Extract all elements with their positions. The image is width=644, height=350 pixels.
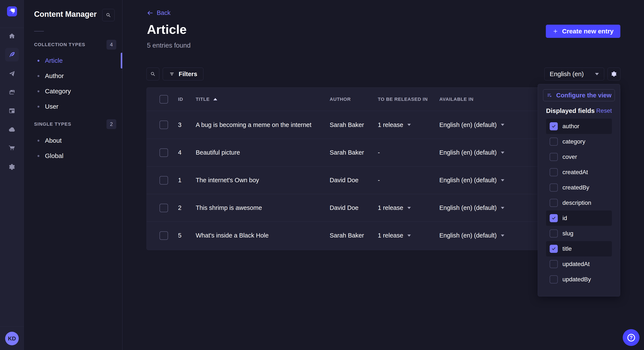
plus-icon (553, 28, 558, 34)
media-library-icon[interactable] (5, 85, 19, 99)
chevron-down-icon (501, 124, 504, 126)
locale-select[interactable]: English (en) (544, 68, 604, 80)
gear-icon (611, 71, 617, 77)
column-header-id[interactable]: ID (178, 97, 196, 102)
sidebar-search-button[interactable] (102, 9, 114, 21)
marketplace-cart-icon[interactable] (5, 141, 19, 155)
view-settings-gear-button[interactable] (608, 68, 620, 80)
checkbox-icon[interactable] (550, 260, 558, 268)
sidebar-divider (34, 31, 44, 31)
checkbox-icon[interactable] (550, 229, 558, 237)
checkbox-checked-icon[interactable] (550, 122, 558, 130)
checkbox-icon[interactable] (550, 275, 558, 283)
filter-icon (169, 71, 175, 77)
configure-the-view-button[interactable]: Configure the view (543, 89, 615, 101)
content-type-builder-icon[interactable] (5, 104, 19, 118)
chevron-down-icon (408, 207, 411, 209)
help-button[interactable]: ? (623, 329, 640, 346)
collection-types-header: COLLECTION TYPES 4 (34, 40, 116, 49)
paper-plane-icon[interactable] (5, 67, 19, 81)
checkbox-icon[interactable] (550, 153, 558, 161)
checkbox-icon[interactable] (550, 199, 558, 207)
chevron-down-icon (408, 234, 411, 237)
sidebar-item-user[interactable]: User (24, 99, 122, 114)
chevron-down-icon (408, 124, 411, 126)
create-new-entry-button[interactable]: Create new entry (546, 25, 620, 38)
chevron-down-icon (595, 73, 599, 75)
field-toggle-updatedBy[interactable]: updatedBy (546, 272, 612, 287)
single-types-header: SINGLE TYPES 2 (34, 119, 116, 129)
table-search-button[interactable] (146, 68, 159, 80)
checkbox-checked-icon[interactable] (550, 214, 558, 222)
entries-count: 5 entries found (147, 42, 190, 49)
rail-divider (0, 28, 24, 28)
sort-ascending-icon (214, 98, 217, 100)
home-icon[interactable] (5, 29, 19, 43)
chevron-down-icon (501, 152, 504, 154)
field-toggle-slug[interactable]: slug (546, 226, 612, 241)
page-title: Article (147, 22, 187, 37)
row-checkbox[interactable] (160, 121, 168, 129)
field-toggle-category[interactable]: category (546, 134, 612, 149)
field-toggle-createdBy[interactable]: createdBy (546, 180, 612, 195)
collection-types-count-badge: 4 (106, 40, 116, 49)
question-mark-icon: ? (628, 334, 635, 342)
releases-cell[interactable]: 1 release (378, 232, 439, 239)
search-icon (150, 71, 156, 77)
sidebar-item-global[interactable]: Global (24, 148, 122, 164)
bullet-icon (38, 75, 40, 77)
releases-cell[interactable]: 1 release (378, 121, 439, 128)
reset-link[interactable]: Reset (596, 107, 612, 114)
row-checkbox[interactable] (160, 231, 168, 240)
field-toggle-id[interactable]: id (546, 210, 612, 226)
configure-list-icon (546, 92, 552, 98)
cloud-icon[interactable] (5, 123, 19, 137)
content-manager-feather-icon[interactable] (5, 48, 19, 61)
displayed-fields-title: Displayed fields (546, 107, 594, 114)
column-header-released[interactable]: TO BE RELEASED IN (378, 97, 439, 102)
settings-gear-icon[interactable] (5, 160, 19, 174)
field-toggle-title[interactable]: title (546, 241, 612, 256)
bullet-icon (38, 60, 40, 62)
content-manager-sidebar: Content Manager COLLECTION TYPES 4 Artic… (24, 0, 122, 350)
strapi-logo (7, 6, 17, 16)
main-nav-rail: KD (0, 0, 24, 350)
field-toggle-updatedAt[interactable]: updatedAt (546, 256, 612, 272)
checkbox-icon[interactable] (550, 168, 558, 176)
releases-cell[interactable]: 1 release (378, 204, 439, 211)
sidebar-item-author[interactable]: Author (24, 68, 122, 84)
list-toolbar: Filters English (en) (146, 67, 620, 81)
sidebar-item-about[interactable]: About (24, 133, 122, 148)
filters-button[interactable]: Filters (163, 68, 204, 80)
bullet-icon (38, 106, 40, 108)
bullet-icon (38, 155, 40, 157)
checkbox-icon[interactable] (550, 138, 558, 146)
displayed-fields-header: Displayed fields Reset (546, 107, 612, 114)
field-toggle-description[interactable]: description (546, 195, 612, 210)
sidebar-title: Content Manager (34, 10, 97, 19)
bullet-icon (38, 90, 40, 92)
field-toggle-cover[interactable]: cover (546, 149, 612, 165)
bullet-icon (38, 140, 40, 142)
chevron-down-icon (501, 207, 504, 209)
checkbox-checked-icon[interactable] (550, 245, 558, 253)
chevron-down-icon (501, 234, 504, 237)
row-checkbox[interactable] (160, 176, 168, 184)
select-all-checkbox[interactable] (160, 95, 168, 104)
back-arrow-icon (147, 10, 153, 16)
checkbox-icon[interactable] (550, 183, 558, 191)
single-types-count-badge: 2 (106, 119, 116, 129)
column-header-author[interactable]: AUTHOR (330, 97, 378, 102)
active-item-indicator (121, 53, 122, 68)
sidebar-item-category[interactable]: Category (24, 84, 122, 99)
user-avatar[interactable]: KD (5, 332, 19, 345)
row-checkbox[interactable] (160, 149, 168, 157)
single-types-label: SINGLE TYPES (34, 121, 71, 127)
sidebar-item-article[interactable]: Article (24, 53, 122, 68)
field-toggle-createdAt[interactable]: createdAt (546, 165, 612, 180)
row-checkbox[interactable] (160, 204, 168, 212)
field-toggle-author[interactable]: author (546, 119, 612, 134)
single-types-list: About Global (24, 133, 122, 164)
column-header-title[interactable]: TITLE (196, 97, 330, 102)
back-link[interactable]: Back (147, 9, 170, 16)
